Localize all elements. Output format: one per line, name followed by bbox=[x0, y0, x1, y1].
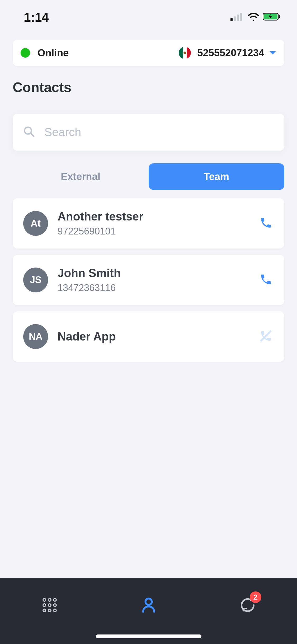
svg-rect-1 bbox=[234, 16, 236, 21]
svg-point-10 bbox=[43, 599, 46, 601]
person-icon bbox=[140, 596, 157, 615]
contact-row[interactable]: At Another testser 97225690101 bbox=[13, 198, 284, 249]
contact-tabs: External Team bbox=[13, 163, 284, 190]
svg-point-14 bbox=[48, 604, 51, 606]
status-bar: 1:14 bbox=[0, 0, 297, 34]
header-status-card[interactable]: Online 525552071234 bbox=[13, 40, 284, 66]
phone-icon bbox=[260, 273, 272, 287]
status-time: 1:14 bbox=[24, 10, 49, 25]
call-button[interactable] bbox=[258, 215, 274, 231]
contact-row[interactable]: JS John Smith 13472363116 bbox=[13, 255, 284, 305]
nav-activity[interactable]: 2 bbox=[221, 590, 274, 622]
contact-name: John Smith bbox=[58, 266, 258, 280]
svg-rect-2 bbox=[237, 15, 239, 21]
call-button[interactable] bbox=[258, 272, 274, 288]
contacts-list: At Another testser 97225690101 JS John S… bbox=[13, 198, 284, 362]
active-phone-number: 525552071234 bbox=[197, 47, 264, 59]
tab-external[interactable]: External bbox=[13, 163, 149, 190]
contact-name: Nader App bbox=[58, 330, 258, 343]
nav-dialpad[interactable] bbox=[23, 590, 76, 622]
svg-line-8 bbox=[31, 133, 34, 136]
battery-charging-icon bbox=[263, 12, 281, 22]
online-status-dot bbox=[21, 48, 30, 58]
svg-rect-3 bbox=[240, 13, 242, 21]
avatar: NA bbox=[23, 324, 48, 349]
svg-point-15 bbox=[54, 604, 56, 606]
search-icon bbox=[23, 126, 35, 139]
contact-phone: 13472363116 bbox=[58, 282, 258, 293]
country-flag-icon bbox=[179, 47, 191, 59]
avatar: At bbox=[23, 211, 48, 236]
svg-point-13 bbox=[43, 604, 46, 606]
svg-point-12 bbox=[54, 599, 56, 601]
svg-point-11 bbox=[48, 599, 51, 601]
svg-point-16 bbox=[43, 609, 46, 612]
home-indicator bbox=[96, 634, 201, 638]
nav-contacts[interactable] bbox=[122, 590, 175, 622]
svg-point-19 bbox=[145, 599, 152, 605]
svg-rect-6 bbox=[279, 15, 280, 18]
svg-point-17 bbox=[48, 609, 51, 612]
wifi-icon bbox=[247, 12, 260, 22]
cellular-signal-icon bbox=[230, 12, 244, 22]
page-title: Contacts bbox=[13, 79, 284, 95]
phone-off-icon bbox=[260, 330, 272, 343]
avatar: JS bbox=[23, 268, 48, 292]
svg-rect-0 bbox=[230, 18, 233, 21]
search-field-wrap[interactable] bbox=[13, 114, 284, 151]
bottom-nav: 2 bbox=[0, 578, 297, 644]
contact-row[interactable]: NA Nader App bbox=[13, 311, 284, 362]
chevron-down-icon[interactable] bbox=[269, 50, 276, 56]
dialpad-icon bbox=[40, 596, 59, 615]
phone-icon bbox=[260, 217, 272, 230]
call-button-disabled bbox=[258, 329, 274, 344]
online-status-label: Online bbox=[37, 47, 69, 59]
tab-team[interactable]: Team bbox=[149, 163, 285, 190]
notification-badge: 2 bbox=[250, 591, 261, 603]
svg-point-18 bbox=[54, 609, 56, 612]
contact-name: Another testser bbox=[58, 210, 258, 223]
contact-phone: 97225690101 bbox=[58, 226, 258, 237]
status-icons bbox=[230, 12, 281, 22]
search-input[interactable] bbox=[44, 126, 274, 139]
